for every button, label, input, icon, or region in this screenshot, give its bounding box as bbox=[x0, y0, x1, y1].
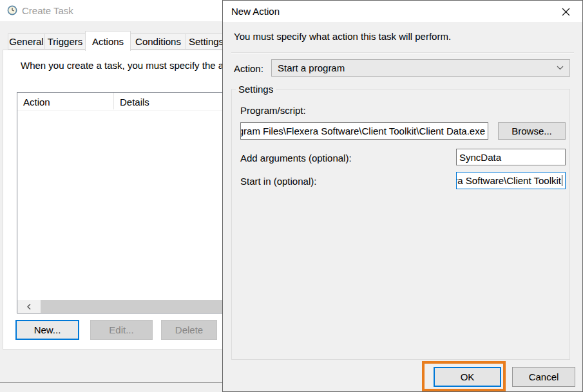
tab-conditions[interactable]: Conditions bbox=[130, 33, 186, 50]
tab-triggers-label: Triggers bbox=[48, 36, 82, 47]
chevron-left-icon bbox=[26, 303, 32, 310]
screen: Create Task General Triggers Actions Con… bbox=[0, 0, 583, 392]
close-icon bbox=[562, 8, 570, 16]
cancel-button[interactable]: Cancel bbox=[512, 367, 575, 387]
clock-icon bbox=[7, 5, 17, 15]
new-action-titlebar[interactable]: New Action bbox=[223, 1, 582, 22]
tab-settings-label: Settings bbox=[189, 36, 224, 47]
browse-button[interactable]: Browse... bbox=[498, 122, 566, 140]
create-task-title: Create Task bbox=[22, 5, 73, 16]
new-action-button[interactable]: New... bbox=[15, 320, 79, 340]
action-label: Action: bbox=[234, 63, 263, 74]
add-arguments-value: SyncData bbox=[459, 152, 501, 163]
program-script-input[interactable]: ogram Files\Flexera Software\Client Tool… bbox=[240, 122, 488, 140]
tab-settings[interactable]: Settings bbox=[186, 33, 227, 50]
column-separator[interactable] bbox=[113, 93, 114, 109]
add-arguments-label: Add arguments (optional): bbox=[240, 153, 352, 163]
tab-triggers[interactable]: Triggers bbox=[44, 33, 86, 50]
delete-action-button-label: Delete bbox=[175, 324, 203, 335]
ok-button-label: OK bbox=[461, 371, 475, 382]
browse-button-label: Browse... bbox=[511, 126, 552, 136]
new-action-title: New Action bbox=[231, 6, 280, 17]
tab-general[interactable]: General bbox=[8, 33, 45, 50]
scrollbar-left-arrow[interactable] bbox=[17, 300, 41, 313]
create-task-description: When you create a task, you must specify… bbox=[21, 60, 229, 71]
start-in-label: Start in (optional): bbox=[240, 176, 316, 187]
start-in-input[interactable]: ra Software\Client Toolkit bbox=[456, 172, 566, 189]
start-in-value: ra Software\Client Toolkit bbox=[456, 175, 561, 186]
tab-conditions-label: Conditions bbox=[135, 36, 181, 47]
edit-action-button-label: Edit... bbox=[109, 324, 133, 335]
action-type-dropdown[interactable]: Start a program bbox=[271, 59, 570, 77]
program-script-value: ogram Files\Flexera Software\Client Tool… bbox=[240, 126, 485, 136]
tab-actions-label: Actions bbox=[92, 36, 124, 47]
new-action-dialog: New Action You must specify what action … bbox=[222, 0, 583, 392]
program-script-label: Program/script: bbox=[240, 105, 306, 116]
edit-action-button[interactable]: Edit... bbox=[90, 320, 153, 340]
column-header-action[interactable]: Action bbox=[23, 97, 50, 107]
new-action-button-label: New... bbox=[34, 324, 61, 335]
action-type-value: Start a program bbox=[278, 62, 557, 73]
ok-button[interactable]: OK bbox=[434, 367, 501, 387]
column-header-details[interactable]: Details bbox=[120, 97, 149, 107]
cancel-button-label: Cancel bbox=[529, 371, 559, 382]
message-divider bbox=[231, 52, 574, 53]
tab-actions[interactable]: Actions bbox=[85, 31, 131, 51]
tab-general-label: General bbox=[9, 36, 43, 47]
chevron-down-icon bbox=[557, 66, 564, 70]
delete-action-button[interactable]: Delete bbox=[161, 320, 217, 340]
create-task-footer-strip bbox=[0, 383, 222, 392]
close-button[interactable] bbox=[555, 3, 576, 20]
add-arguments-input[interactable]: SyncData bbox=[456, 149, 566, 165]
settings-group-label: Settings bbox=[236, 84, 276, 95]
new-action-message: You must specify what action this task w… bbox=[234, 31, 451, 42]
text-caret bbox=[562, 175, 562, 186]
